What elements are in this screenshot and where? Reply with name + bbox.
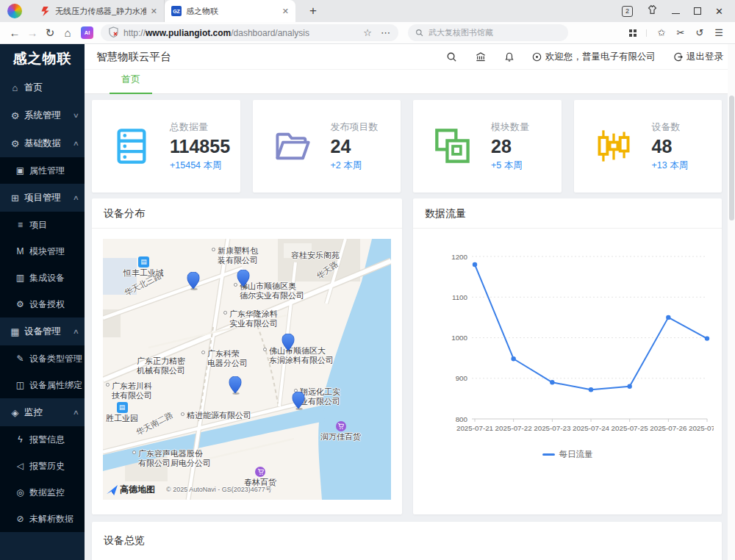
browser-tab-sensor[interactable]: 无线压力传感器_静力水准仪_ ✕ xyxy=(34,0,165,22)
logout-button[interactable]: 退出登录 xyxy=(673,51,723,63)
sidebar-item-monitor[interactable]: ◈监控∧ xyxy=(0,398,85,426)
sidebar-item-module-mgmt[interactable]: M模块管理 xyxy=(0,238,85,265)
legend-line-marker xyxy=(542,453,555,456)
poi-dot-icon xyxy=(223,311,227,315)
site-security-icon[interactable] xyxy=(109,26,118,40)
device-marker-2[interactable] xyxy=(237,270,250,291)
sidebar-menu: ⌂首页⚙系统管理∨⚙基础数据∧▣属性管理⊞项目管理∧≡项目M模块管理▥集成设备⚙… xyxy=(0,73,85,532)
device-mgmt-icon: ▦ xyxy=(10,326,21,337)
folder-icon xyxy=(273,127,312,165)
device-map[interactable]: 新康塑料包装有限公司容桂安乐阁苑▤恒丰工业城华天北三路佛山市顺德区奥德尔实业有限… xyxy=(103,239,391,500)
sidebar-item-project-mgmt[interactable]: ⊞项目管理∧ xyxy=(0,184,85,212)
search-input[interactable]: 武大复核图书馆藏 xyxy=(408,24,568,41)
shopping-cart-icon xyxy=(336,421,346,431)
bank-icon[interactable] xyxy=(475,51,487,62)
tab-count-badge[interactable]: 2 xyxy=(622,6,633,17)
device-marker-4[interactable] xyxy=(229,376,242,398)
sidebar-item-attr-mgmt[interactable]: ▣属性管理 xyxy=(0,157,85,184)
welcome-user[interactable]: 欢迎您，普量电子有限公司 xyxy=(532,51,656,63)
tab-close-icon[interactable]: ✕ xyxy=(282,7,289,16)
sidebar-item-device-type-mgmt[interactable]: ✎设备类型管理 xyxy=(0,345,85,372)
sidebar-item-device-mgmt[interactable]: ▦设备管理∧ xyxy=(0,317,85,345)
stat-label: 设备数 xyxy=(652,121,689,134)
apps-grid-icon[interactable] xyxy=(629,29,647,37)
chart-legend-item[interactable]: 每日流量 xyxy=(422,449,713,460)
svg-text:2025-07-23: 2025-07-23 xyxy=(534,424,571,432)
browser-toolbar: ← → ↻ ⌂ AI http://www.puliangiot.com/das… xyxy=(0,22,735,44)
ai-assistant-icon[interactable]: AI xyxy=(81,26,93,39)
minimize-button[interactable] xyxy=(672,13,680,14)
browser-tab-ganzhiwulian[interactable]: GZ 感之物联 ✕ xyxy=(165,0,295,22)
maximize-button[interactable] xyxy=(694,7,701,15)
sidebar-item-device-auth[interactable]: ⚙设备授权 xyxy=(0,291,85,317)
tab-favicon-red xyxy=(40,6,51,16)
close-button[interactable]: ✕ xyxy=(715,7,723,16)
stat-label: 发布项目数 xyxy=(331,121,379,134)
tab-title: 感之物联 xyxy=(186,6,278,17)
menu-icon[interactable]: ☰ xyxy=(714,27,723,38)
reload-button[interactable]: ↻ xyxy=(41,26,59,40)
device-overview-panel: 设备总览 xyxy=(92,522,722,560)
sidebar-item-unparsed-data[interactable]: ⊘未解析数据 xyxy=(0,506,85,532)
sidebar-item-home[interactable]: ⌂首页 xyxy=(0,73,85,101)
amap-plane-icon xyxy=(107,485,118,495)
svg-text:900: 900 xyxy=(456,374,468,382)
stat-card-device-count: 设备数 48 +13 本周 xyxy=(574,100,723,193)
sidebar-item-integrated-device[interactable]: ▥集成设备 xyxy=(0,265,85,291)
scrollbar-thumb[interactable] xyxy=(729,96,734,220)
amap-logo[interactable]: 高德地图 xyxy=(107,484,155,496)
device-attr-bind-icon: ◫ xyxy=(15,380,26,390)
device-marker-5[interactable] xyxy=(293,392,305,413)
device-marker-3[interactable] xyxy=(282,334,295,355)
back-button[interactable]: ← xyxy=(6,26,24,39)
app-logo[interactable]: 感之物联 xyxy=(0,44,85,73)
favorites-collect-icon[interactable]: ✩ xyxy=(658,27,666,38)
sidebar-item-label: 数据监控 xyxy=(29,487,65,499)
device-marker-1[interactable] xyxy=(187,272,200,293)
address-bar[interactable]: http://www.puliangiot.com/dashboard/anal… xyxy=(101,24,398,41)
panel-title: 设备分布 xyxy=(92,198,402,229)
stat-delta: +2 本周 xyxy=(331,159,379,172)
sidebar-item-system-mgmt[interactable]: ⚙系统管理∨ xyxy=(0,101,85,129)
map-poi-dadongrun-coatings: 佛山市顺德区大东润涂料有限公司 xyxy=(263,346,334,365)
sidebar-item-label: 设备类型管理 xyxy=(29,353,82,365)
forward-button[interactable]: → xyxy=(24,26,41,39)
browser-logo-icon[interactable] xyxy=(7,4,22,18)
header-search-icon[interactable] xyxy=(446,51,457,62)
sidebar-item-device-attr-bind[interactable]: ◫设备属性绑定 xyxy=(0,372,85,398)
sidebar-item-alarm-info[interactable]: ϟ报警信息 xyxy=(0,426,85,453)
poi-dot-icon xyxy=(106,383,110,387)
undo-icon[interactable]: ↺ xyxy=(695,27,703,38)
new-tab-button[interactable]: + xyxy=(304,4,322,18)
tab-home[interactable]: 首页 xyxy=(110,73,152,94)
notification-bell-icon[interactable] xyxy=(504,51,514,62)
home-button[interactable]: ⌂ xyxy=(59,26,76,39)
sidebar-item-alarm-history[interactable]: ◁报警历史 xyxy=(0,453,85,479)
unparsed-data-icon: ⊘ xyxy=(15,514,26,524)
building-icon: ▤ xyxy=(117,402,128,413)
sidebar-item-label: 项目 xyxy=(29,219,47,231)
sidebar-item-base-data[interactable]: ⚙基础数据∧ xyxy=(0,129,85,157)
poi-label: 广东容声电器股份有限公司厨电分公司 xyxy=(138,449,211,467)
poi-dot-icon xyxy=(201,351,205,354)
project-icon: ≡ xyxy=(15,220,26,230)
sidebar-item-data-monitor[interactable]: ◎数据监控 xyxy=(0,479,85,506)
screenshot-scissors-icon[interactable]: ✂ xyxy=(677,27,685,38)
stat-delta: +5 本周 xyxy=(491,159,529,172)
map-poi-sheng-industrial-park: ▤胜工业园 xyxy=(106,402,138,423)
sidebar: 感之物联 ⌂首页⚙系统管理∨⚙基础数据∧▣属性管理⊞项目管理∧≡项目M模块管理▥… xyxy=(0,44,85,560)
tab-close-icon[interactable]: ✕ xyxy=(151,7,157,16)
svg-text:1000: 1000 xyxy=(451,334,467,342)
more-actions-icon[interactable]: ⋯ xyxy=(381,27,390,38)
user-circle-icon xyxy=(532,52,542,62)
system-mgmt-icon: ⚙ xyxy=(10,110,21,121)
poi-label: 胜工业园 xyxy=(106,414,138,423)
devices-icon xyxy=(595,127,633,165)
bookmark-star-icon[interactable]: ☆ xyxy=(363,27,372,38)
attr-mgmt-icon: ▣ xyxy=(15,165,26,176)
poi-label: 翔远化工实业有限公司 xyxy=(300,387,340,406)
map-attribution: © 2025 AutoNavi - GS(2023)4677号 xyxy=(166,485,272,495)
sidebar-item-project[interactable]: ≡项目 xyxy=(0,212,85,238)
home-icon: ⌂ xyxy=(10,82,21,93)
theme-skin-icon[interactable] xyxy=(647,4,658,18)
